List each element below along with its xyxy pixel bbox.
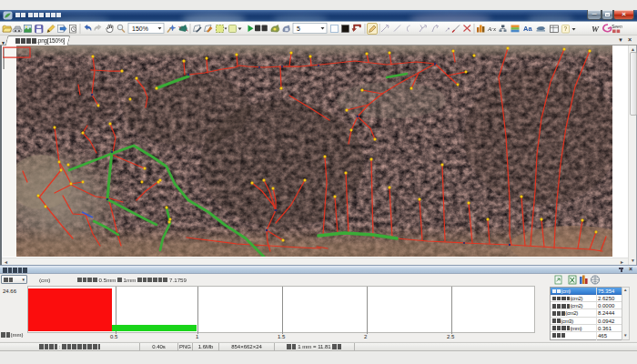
svg-text:?: ? (564, 25, 568, 32)
svg-text:Seen: Seen (612, 24, 622, 29)
svg-text:Aa: Aa (523, 25, 532, 33)
svg-text:W: W (592, 25, 600, 34)
svg-text:150%: 150% (132, 25, 148, 32)
svg-text:5: 5 (297, 25, 300, 32)
svg-text:A·x: A·x (487, 25, 497, 33)
